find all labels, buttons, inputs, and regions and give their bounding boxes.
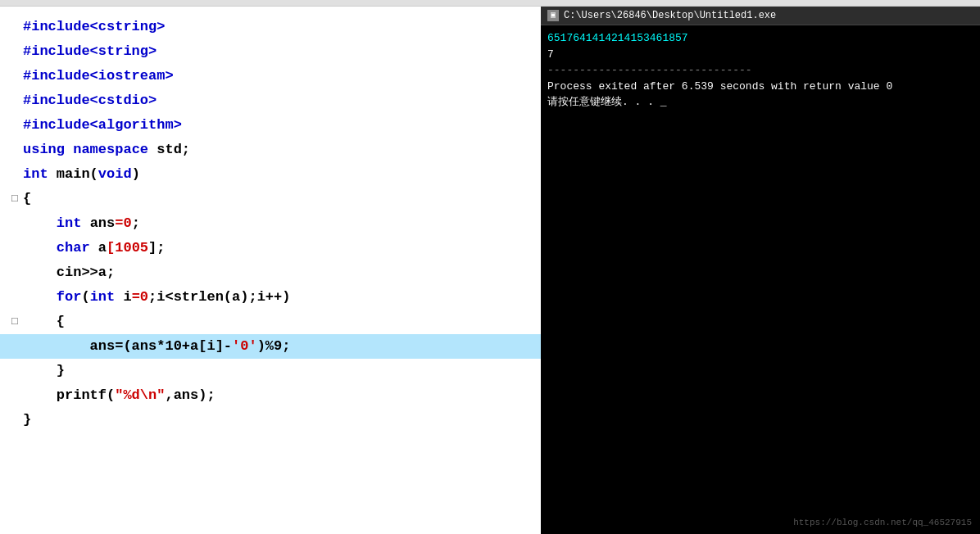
code-segment <box>23 238 57 259</box>
code-segment: 0 <box>140 287 148 308</box>
line-marker: □ <box>11 191 21 207</box>
code-segment: "%d\n" <box>115 385 165 406</box>
code-segment: namespace <box>73 139 157 161</box>
code-segment: 0 <box>123 213 131 234</box>
code-segment: ans <box>90 213 116 234</box>
code-line: #include<algorithm> <box>0 113 541 138</box>
code-segment: = <box>132 287 140 308</box>
terminal-title: C:\Users\26846\Desktop\Untitled1.exe <box>564 10 776 21</box>
code-line: cin>>a; <box>0 260 541 285</box>
code-segment: #include<cstdio> <box>23 90 157 111</box>
code-segment: ;i<strlen(a);i++) <box>148 287 290 308</box>
terminal-watermark: https://blog.csdn.net/qq_46527915 <box>793 518 972 527</box>
terminal-line: -------------------------------- <box>547 62 973 79</box>
code-segment: int <box>90 287 124 308</box>
code-segment <box>23 287 57 308</box>
code-segment: [ <box>107 238 115 259</box>
code-segment: char <box>57 238 98 259</box>
code-segment: 1005 <box>115 238 148 259</box>
code-editor[interactable]: #include<cstring>#include<string>#includ… <box>0 7 541 534</box>
terminal-icon: ▣ <box>547 10 559 21</box>
terminal-pane: ▣ C:\Users\26846\Desktop\Untitled1.exe 6… <box>541 7 980 534</box>
code-segment <box>23 213 57 234</box>
terminal-line: 请按任意键继续. . . _ <box>547 94 973 111</box>
code-segment: ans=(ans*10+a[i]- <box>23 336 232 357</box>
code-line: ans=(ans*10+a[i]-'0')%9; <box>0 334 541 359</box>
terminal-body: 65176414142141534618577-----------------… <box>541 25 980 534</box>
code-line: int ans=0; <box>0 211 541 236</box>
code-line: □ { <box>0 310 541 334</box>
code-segment: void <box>98 164 132 185</box>
code-segment: #include<iostream> <box>23 66 174 87</box>
code-segment: i <box>123 287 131 308</box>
terminal-line: 6517641414214153461857 <box>547 30 973 47</box>
code-segment: ( <box>81 287 89 308</box>
code-segment: { <box>23 188 31 210</box>
code-segment: for <box>57 287 82 308</box>
code-segment: ]; <box>148 238 165 259</box>
top-bar <box>0 0 980 7</box>
terminal-line: 7 <box>547 47 973 63</box>
code-segment: )%9; <box>257 336 291 357</box>
code-segment: int <box>23 164 57 185</box>
main-area: #include<cstring>#include<string>#includ… <box>0 7 980 534</box>
code-segment: #include<algorithm> <box>23 115 182 136</box>
code-segment: using <box>23 139 73 161</box>
code-segment: a <box>98 238 107 259</box>
code-line: #include<string> <box>0 39 541 64</box>
terminal-line: Process exited after 6.539 seconds with … <box>547 79 973 95</box>
code-line: □{ <box>0 187 541 211</box>
code-segment: ) <box>132 164 140 185</box>
code-line: #include<cstdio> <box>0 88 541 113</box>
code-segment: printf( <box>23 385 115 406</box>
code-segment: cin>>a; <box>23 262 115 283</box>
code-segment: std; <box>157 139 190 161</box>
code-line: } <box>0 408 541 432</box>
code-line: #include<iostream> <box>0 64 541 88</box>
code-line: int main(void) <box>0 162 541 187</box>
terminal-titlebar: ▣ C:\Users\26846\Desktop\Untitled1.exe <box>541 7 980 25</box>
code-segment: ; <box>132 213 140 234</box>
line-marker: □ <box>11 314 21 330</box>
code-segment: } <box>23 410 31 431</box>
code-segment: ,ans); <box>165 385 215 406</box>
code-segment: } <box>23 360 65 382</box>
code-segment: #include<cstring> <box>23 16 165 38</box>
code-line: printf("%d\n",ans); <box>0 383 541 408</box>
code-segment: { <box>23 311 65 333</box>
code-segment: '0' <box>232 336 257 357</box>
code-line: for(int i=0;i<strlen(a);i++) <box>0 285 541 310</box>
code-segment: #include<string> <box>23 41 157 62</box>
code-line: } <box>0 359 541 383</box>
code-segment: main( <box>57 164 98 185</box>
code-line: #include<cstring> <box>0 15 541 39</box>
code-segment: int <box>57 213 90 234</box>
code-segment: = <box>115 213 123 234</box>
code-line: using namespace std; <box>0 138 541 162</box>
code-line: char a[1005]; <box>0 236 541 260</box>
